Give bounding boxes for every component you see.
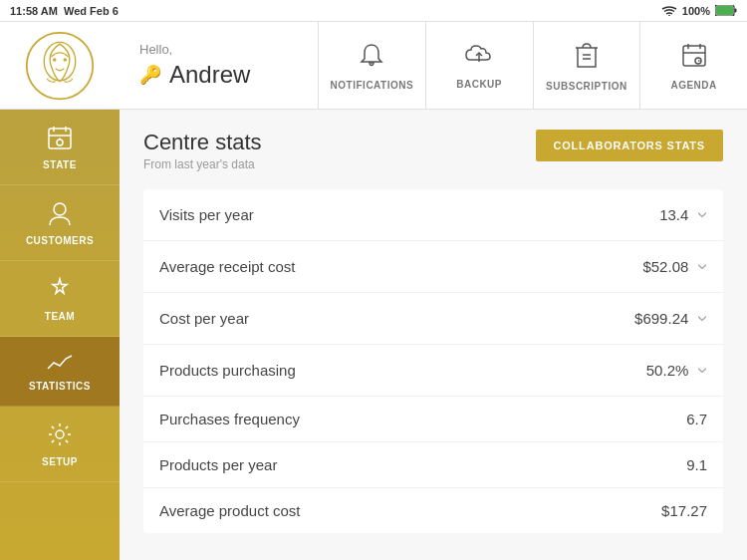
svg-point-6 [53,58,57,62]
stats-value: 6.7 [686,411,707,427]
top-header: Hello, 🔑 Andrew NOTIFICATIONS [120,22,747,110]
stats-value-row: 9.1 [686,456,707,473]
stats-value: $699.24 [634,310,688,327]
user-section: Hello, 🔑 Andrew [120,22,319,109]
svg-rect-3 [735,9,737,13]
subscription-label: SUBSCRIPTION [546,81,627,92]
notifications-label: NOTIFICATIONS [331,80,414,91]
sidebar-customers-label: CUSTOMERS [26,235,94,246]
chevron-down-icon: › [692,263,715,270]
svg-rect-20 [683,46,705,66]
sidebar-state-label: STATE [43,159,77,170]
table-row[interactable]: Average product cost$17.27 [143,488,723,533]
stats-value: 50.2% [646,362,689,379]
app-container: STATE CUSTOMERS TEAM [0,22,747,560]
setup-icon [46,420,74,452]
table-row[interactable]: Cost per year$699.24› [143,293,723,345]
backup-action[interactable]: BACKUP [426,22,534,109]
sidebar-item-customers[interactable]: CUSTOMERS [0,185,120,261]
wifi-icon [661,6,677,16]
notifications-action[interactable]: NOTIFICATIONS [319,22,426,109]
logo [0,22,120,110]
status-time-date: 11:58 AM Wed Feb 6 [10,5,119,17]
sidebar-item-setup[interactable]: SETUP [0,407,120,482]
svg-point-15 [56,430,64,438]
team-icon [46,275,74,307]
stats-label: Products purchasing [159,362,296,379]
stats-value: 9.1 [686,456,707,473]
stats-label: Average product cost [159,502,300,519]
page-title-section: Centre stats From last year's data [143,130,262,171]
content-header: Centre stats From last year's data COLLA… [143,130,723,171]
key-icon: 🔑 [139,64,161,86]
stats-value-row: $699.24› [634,307,707,330]
status-bar: 11:58 AM Wed Feb 6 100% [0,0,747,22]
table-row[interactable]: Visits per year13.4› [143,189,723,241]
chevron-down-icon: › [692,211,715,218]
logo-svg [25,31,95,101]
chevron-down-icon: › [692,315,715,322]
svg-rect-2 [716,6,733,15]
user-name: Andrew [169,61,250,89]
backup-icon [464,42,494,75]
stats-value-row: $17.27 [661,502,707,519]
stats-value: 13.4 [659,206,688,223]
agenda-action[interactable]: AGENDA [640,22,747,109]
svg-point-12 [57,140,63,145]
status-battery: 100% [661,5,737,17]
notifications-icon [358,41,385,76]
table-row[interactable]: Purchases frequency6.7 [143,397,723,442]
table-row[interactable]: Products purchasing50.2%› [143,345,723,397]
stats-label: Average receipt cost [159,258,295,275]
stats-label: Purchases frequency [159,411,300,427]
svg-point-0 [668,14,670,15]
statistics-icon [46,351,74,377]
user-name-row: 🔑 Andrew [139,61,298,89]
agenda-label: AGENDA [670,80,716,91]
chevron-down-icon: › [692,367,715,374]
sidebar-team-label: TEAM [45,311,75,322]
backup-label: BACKUP [456,79,502,90]
header-actions: NOTIFICATIONS BACKUP [319,22,747,109]
stats-value-row: 50.2%› [646,359,707,382]
svg-point-14 [54,203,66,215]
table-row[interactable]: Products per year9.1 [143,442,723,488]
subscription-icon [573,40,601,77]
table-row[interactable]: Average receipt cost$52.08› [143,241,723,293]
svg-point-7 [64,58,68,62]
stats-value-row: $52.08› [642,255,707,278]
stats-table: Visits per year13.4›Average receipt cost… [143,189,723,533]
subscription-action[interactable]: SUBSCRIPTION [534,22,641,109]
stats-label: Products per year [159,456,277,473]
stats-value: $17.27 [661,502,707,519]
sidebar-setup-label: SETUP [42,456,78,467]
agenda-icon [680,41,708,76]
customers-icon [46,199,74,231]
page-title: Centre stats [143,130,262,155]
greeting: Hello, [139,42,298,57]
state-icon [46,124,74,155]
sidebar-statistics-label: STATISTICS [29,381,91,392]
battery-icon [715,5,737,16]
content-area: Centre stats From last year's data COLLA… [120,110,747,560]
sidebar-item-statistics[interactable]: STATISTICS [0,337,120,407]
sidebar: STATE CUSTOMERS TEAM [0,22,120,560]
right-panel: Hello, 🔑 Andrew NOTIFICATIONS [120,22,747,560]
stats-label: Visits per year [159,206,254,223]
collaborators-stats-button[interactable]: COLLABORATORS STATS [536,130,724,161]
stats-value-row: 6.7 [686,411,707,427]
stats-value: $52.08 [642,258,688,275]
svg-point-5 [44,42,76,81]
page-subtitle: From last year's data [143,157,262,171]
stats-value-row: 13.4› [659,203,707,226]
sidebar-item-state[interactable]: STATE [0,110,120,185]
stats-label: Cost per year [159,310,249,327]
sidebar-item-team[interactable]: TEAM [0,261,120,337]
